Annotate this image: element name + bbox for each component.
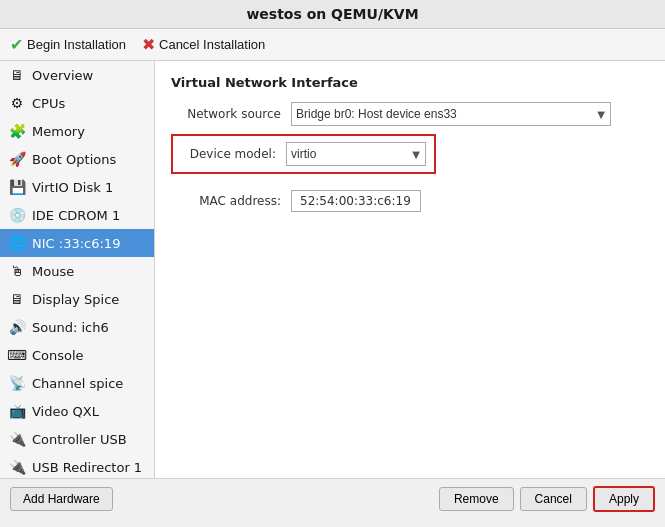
ide-cdrom-icon: 💿: [8, 206, 26, 224]
sidebar-item-label: Controller USB: [32, 432, 127, 447]
bottom-right-buttons: Remove Cancel Apply: [439, 486, 655, 512]
sidebar-item-boot-options[interactable]: 🚀 Boot Options: [0, 145, 154, 173]
sidebar-item-label: USB Redirector 1: [32, 460, 142, 475]
section-title: Virtual Network Interface: [171, 75, 649, 90]
toolbar: ✔ Begin Installation ✖ Cancel Installati…: [0, 29, 665, 61]
sidebar-item-label: Sound: ich6: [32, 320, 109, 335]
sidebar-item-label: Video QXL: [32, 404, 99, 419]
sidebar-item-label: VirtIO Disk 1: [32, 180, 113, 195]
apply-button[interactable]: Apply: [593, 486, 655, 512]
sidebar-item-label: CPUs: [32, 96, 65, 111]
bottom-bar: Add Hardware Remove Cancel Apply: [0, 478, 665, 518]
channel-spice-icon: 📡: [8, 374, 26, 392]
sidebar-item-nic[interactable]: 🌐 NIC :33:c6:19: [0, 229, 154, 257]
x-icon: ✖: [142, 35, 155, 54]
cancel-installation-label: Cancel Installation: [159, 37, 265, 52]
sidebar-item-overview[interactable]: 🖥 Overview: [0, 61, 154, 89]
mac-address-value: 52:54:00:33:c6:19: [291, 190, 421, 212]
begin-installation-button[interactable]: ✔ Begin Installation: [10, 35, 126, 54]
sidebar-item-cpus[interactable]: ⚙ CPUs: [0, 89, 154, 117]
sidebar-item-label: IDE CDROM 1: [32, 208, 120, 223]
cancel-installation-button[interactable]: ✖ Cancel Installation: [142, 35, 265, 54]
sidebar-item-memory[interactable]: 🧩 Memory: [0, 117, 154, 145]
sidebar-item-channel-spice[interactable]: 📡 Channel spice: [0, 369, 154, 397]
controller-usb-icon: 🔌: [8, 430, 26, 448]
network-source-row: Network source Bridge br0: Host device e…: [171, 102, 649, 126]
sidebar-item-label: Memory: [32, 124, 85, 139]
mac-address-label: MAC address:: [171, 194, 291, 208]
sidebar-item-video-qxl[interactable]: 📺 Video QXL: [0, 397, 154, 425]
begin-installation-label: Begin Installation: [27, 37, 126, 52]
sidebar: 🖥 Overview ⚙ CPUs 🧩 Memory 🚀 Boot Option…: [0, 61, 155, 478]
video-qxl-icon: 📺: [8, 402, 26, 420]
content-area: Virtual Network Interface Network source…: [155, 61, 665, 478]
device-model-select-wrapper: virtio e1000 rtl8139 pcnet: [286, 142, 426, 166]
network-source-select-wrapper: Bridge br0: Host device ens33: [291, 102, 611, 126]
main-layout: 🖥 Overview ⚙ CPUs 🧩 Memory 🚀 Boot Option…: [0, 61, 665, 478]
overview-icon: 🖥: [8, 66, 26, 84]
device-model-box: Device model: virtio e1000 rtl8139 pcnet: [171, 134, 436, 174]
network-source-select[interactable]: Bridge br0: Host device ens33: [291, 102, 611, 126]
boot-options-icon: 🚀: [8, 150, 26, 168]
sidebar-item-label: Boot Options: [32, 152, 116, 167]
device-model-select[interactable]: virtio e1000 rtl8139 pcnet: [286, 142, 426, 166]
mac-address-row: MAC address: 52:54:00:33:c6:19: [171, 190, 649, 212]
add-hardware-button[interactable]: Add Hardware: [10, 487, 113, 511]
sidebar-item-label: Channel spice: [32, 376, 123, 391]
virtio-disk-icon: 💾: [8, 178, 26, 196]
sidebar-item-mouse[interactable]: 🖱 Mouse: [0, 257, 154, 285]
window-title: westos on QEMU/KVM: [246, 6, 418, 22]
cancel-button[interactable]: Cancel: [520, 487, 587, 511]
nic-icon: 🌐: [8, 234, 26, 252]
titlebar: westos on QEMU/KVM: [0, 0, 665, 29]
cpus-icon: ⚙: [8, 94, 26, 112]
sound-icon: 🔊: [8, 318, 26, 336]
sidebar-item-console[interactable]: ⌨ Console: [0, 341, 154, 369]
memory-icon: 🧩: [8, 122, 26, 140]
sidebar-item-display-spice[interactable]: 🖥 Display Spice: [0, 285, 154, 313]
sidebar-item-sound-ich6[interactable]: 🔊 Sound: ich6: [0, 313, 154, 341]
sidebar-item-controller-usb[interactable]: 🔌 Controller USB: [0, 425, 154, 453]
sidebar-item-usb-redirector-1[interactable]: 🔌 USB Redirector 1: [0, 453, 154, 478]
sidebar-item-ide-cdrom-1[interactable]: 💿 IDE CDROM 1: [0, 201, 154, 229]
device-model-label: Device model:: [181, 147, 276, 161]
display-spice-icon: 🖥: [8, 290, 26, 308]
check-icon: ✔: [10, 35, 23, 54]
sidebar-item-label: Console: [32, 348, 84, 363]
sidebar-item-label: Mouse: [32, 264, 74, 279]
sidebar-item-virtio-disk-1[interactable]: 💾 VirtIO Disk 1: [0, 173, 154, 201]
mouse-icon: 🖱: [8, 262, 26, 280]
network-source-label: Network source: [171, 107, 291, 121]
usb-redirector-1-icon: 🔌: [8, 458, 26, 476]
sidebar-item-label: Display Spice: [32, 292, 119, 307]
console-icon: ⌨: [8, 346, 26, 364]
sidebar-item-label: NIC :33:c6:19: [32, 236, 120, 251]
remove-button[interactable]: Remove: [439, 487, 514, 511]
sidebar-item-label: Overview: [32, 68, 93, 83]
